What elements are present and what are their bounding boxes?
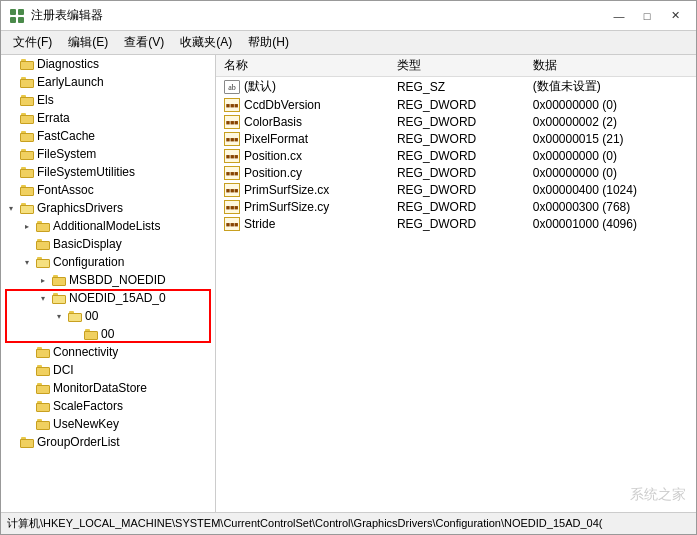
cell-type: REG_DWORD [389, 164, 525, 181]
cell-name-text: Position.cx [244, 149, 302, 163]
tree-toggle-graphicsdrivers[interactable]: ▾ [3, 199, 19, 217]
tree-toggle-noedid_15ad_0[interactable]: ▾ [35, 289, 51, 307]
cell-name: ■■■Stride [216, 215, 389, 232]
folder-icon-earlylaunch [19, 74, 35, 90]
tree-toggle-dci[interactable] [19, 361, 35, 379]
table-row[interactable]: ab(默认)REG_SZ(数值未设置) [216, 77, 696, 97]
tree-item-graphicsdrivers[interactable]: ▾GraphicsDrivers [1, 199, 215, 217]
close-button[interactable]: ✕ [662, 6, 688, 26]
minimize-button[interactable]: — [606, 6, 632, 26]
cell-data: 0x00000000 (0) [525, 164, 696, 181]
tree-item-filesystem[interactable]: FileSystem [1, 145, 215, 163]
tree-item-errata[interactable]: Errata [1, 109, 215, 127]
cell-name-text: ColorBasis [244, 115, 302, 129]
tree-toggle-monitordatastore[interactable] [19, 379, 35, 397]
cell-name-text: PrimSurfSize.cy [244, 200, 329, 214]
table-row[interactable]: ■■■StrideREG_DWORD0x00001000 (4096) [216, 215, 696, 232]
maximize-button[interactable]: □ [634, 6, 660, 26]
table-row[interactable]: ■■■Position.cxREG_DWORD0x00000000 (0) [216, 147, 696, 164]
tree-toggle-00[interactable]: ▾ [51, 307, 67, 325]
tree-toggle-connectivity[interactable] [19, 343, 35, 361]
table-row[interactable]: ■■■PrimSurfSize.cyREG_DWORD0x00000300 (7… [216, 198, 696, 215]
tree-label-configuration: Configuration [53, 255, 124, 269]
col-type[interactable]: 类型 [389, 55, 525, 77]
tree-item-monitordatastore[interactable]: MonitorDataStore [1, 379, 215, 397]
folder-icon-graphicsdrivers [19, 200, 35, 216]
tree-toggle-msbdd_noedid[interactable]: ▸ [35, 271, 51, 289]
folder-icon-basicdisplay [35, 236, 51, 252]
table-row[interactable]: ■■■PrimSurfSize.cxREG_DWORD0x00000400 (1… [216, 181, 696, 198]
menu-item-h[interactable]: 帮助(H) [240, 32, 297, 53]
tree-toggle-basicdisplay[interactable] [19, 235, 35, 253]
dword-icon: ■■■ [224, 200, 240, 214]
tree-item-grouporderlist[interactable]: GroupOrderList [1, 433, 215, 451]
cell-type: REG_DWORD [389, 215, 525, 232]
tree-toggle-earlylaunch[interactable] [3, 73, 19, 91]
tree-toggle-els[interactable] [3, 91, 19, 109]
tree-item-dci[interactable]: DCI [1, 361, 215, 379]
tree-toggle-filesystemutilities[interactable] [3, 163, 19, 181]
tree-toggle-fastcache[interactable] [3, 127, 19, 145]
title-bar: 注册表编辑器 — □ ✕ [1, 1, 696, 31]
tree-item-00[interactable]: ▾00 [1, 307, 215, 325]
table-row[interactable]: ■■■Position.cyREG_DWORD0x00000000 (0) [216, 164, 696, 181]
tree-item-filesystemutilities[interactable]: FileSystemUtilities [1, 163, 215, 181]
menu-item-v[interactable]: 查看(V) [116, 32, 172, 53]
tree-toggle-grouporderlist[interactable] [3, 433, 19, 451]
folder-icon-scalefactors [35, 398, 51, 414]
tree-item-diagnostics[interactable]: Diagnostics [1, 55, 215, 73]
reg-row-icon-6: ■■■PrimSurfSize.cx [224, 183, 329, 197]
dword-icon: ■■■ [224, 149, 240, 163]
folder-icon-errata [19, 110, 35, 126]
tree-toggle-usenewkey[interactable] [19, 415, 35, 433]
tree-item-usenewkey[interactable]: UseNewKey [1, 415, 215, 433]
tree-toggle-additionalmodelists[interactable]: ▸ [19, 217, 35, 235]
tree-item-additionalmodelists[interactable]: ▸AdditionalModeLists [1, 217, 215, 235]
tree-item-noedid_15ad_0[interactable]: ▾NOEDID_15AD_0 [1, 289, 215, 307]
cell-data: 0x00000000 (0) [525, 96, 696, 113]
cell-data: 0x00000002 (2) [525, 113, 696, 130]
folder-icon-filesystem [19, 146, 35, 162]
cell-name: ab(默认) [216, 77, 389, 97]
tree-label-fastcache: FastCache [37, 129, 95, 143]
table-row[interactable]: ■■■ColorBasisREG_DWORD0x00000002 (2) [216, 113, 696, 130]
dword-icon: ■■■ [224, 132, 240, 146]
tree-pane[interactable]: DiagnosticsEarlyLaunchElsErrataFastCache… [1, 55, 216, 512]
cell-name-text: CcdDbVersion [244, 98, 321, 112]
tree-item-msbdd_noedid[interactable]: ▸MSBDD_NOEDID [1, 271, 215, 289]
tree-item-basicdisplay[interactable]: BasicDisplay [1, 235, 215, 253]
tree-item-00_child[interactable]: 00 [1, 325, 215, 343]
cell-type: REG_DWORD [389, 96, 525, 113]
tree-toggle-00_child[interactable] [67, 325, 83, 343]
registry-pane[interactable]: 名称 类型 数据 ab(默认)REG_SZ(数值未设置)■■■CcdDbVers… [216, 55, 696, 512]
menu-bar: 文件(F)编辑(E)查看(V)收藏夹(A)帮助(H) [1, 31, 696, 55]
menu-item-a[interactable]: 收藏夹(A) [172, 32, 240, 53]
tree-item-configuration[interactable]: ▾Configuration [1, 253, 215, 271]
cell-name: ■■■Position.cx [216, 147, 389, 164]
tree-item-earlylaunch[interactable]: EarlyLaunch [1, 73, 215, 91]
tree-toggle-filesystem[interactable] [3, 145, 19, 163]
tree-item-fastcache[interactable]: FastCache [1, 127, 215, 145]
col-data[interactable]: 数据 [525, 55, 696, 77]
menu-item-f[interactable]: 文件(F) [5, 32, 60, 53]
tree-toggle-errata[interactable] [3, 109, 19, 127]
tree-item-scalefactors[interactable]: ScaleFactors [1, 397, 215, 415]
tree-toggle-diagnostics[interactable] [3, 55, 19, 73]
folder-icon-grouporderlist [19, 434, 35, 450]
tree-toggle-fontassoc[interactable] [3, 181, 19, 199]
table-row[interactable]: ■■■CcdDbVersionREG_DWORD0x00000000 (0) [216, 96, 696, 113]
folder-icon-filesystemutilities [19, 164, 35, 180]
cell-data: 0x00000015 (21) [525, 130, 696, 147]
tree-inner: DiagnosticsEarlyLaunchElsErrataFastCache… [1, 55, 215, 451]
dword-icon: ■■■ [224, 98, 240, 112]
menu-item-e[interactable]: 编辑(E) [60, 32, 116, 53]
table-row[interactable]: ■■■PixelFormatREG_DWORD0x00000015 (21) [216, 130, 696, 147]
tree-item-fontassoc[interactable]: FontAssoc [1, 181, 215, 199]
tree-item-els[interactable]: Els [1, 91, 215, 109]
tree-label-filesystemutilities: FileSystemUtilities [37, 165, 135, 179]
cell-name-text: PrimSurfSize.cx [244, 183, 329, 197]
tree-toggle-configuration[interactable]: ▾ [19, 253, 35, 271]
col-name[interactable]: 名称 [216, 55, 389, 77]
tree-toggle-scalefactors[interactable] [19, 397, 35, 415]
tree-item-connectivity[interactable]: Connectivity [1, 343, 215, 361]
